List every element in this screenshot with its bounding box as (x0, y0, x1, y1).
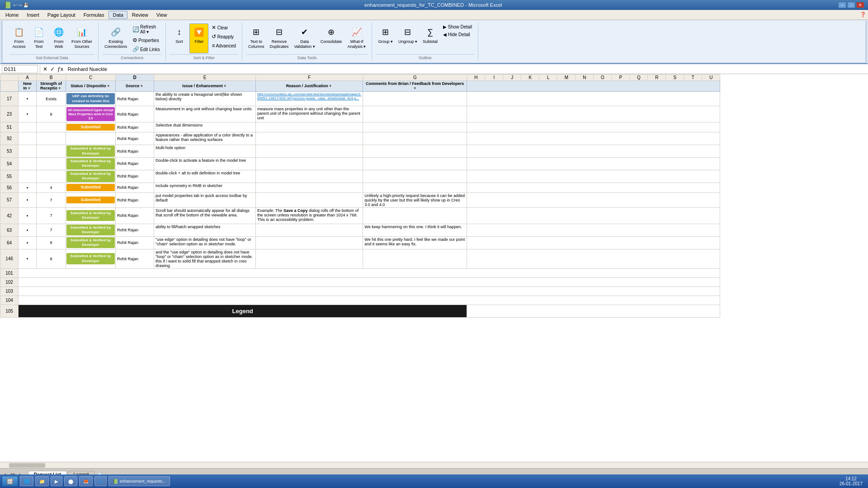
taskbar-explorer[interactable]: 📁 (35, 476, 49, 486)
row-55-c[interactable]: Submitted & Verified by Developer (66, 170, 116, 183)
formula-input[interactable] (66, 66, 866, 72)
row-64-g[interactable]: We hit this one pretty hard. I feel like… (363, 236, 467, 249)
row-42-a[interactable]: • (19, 207, 37, 224)
menu-home[interactable]: Home (2, 11, 22, 19)
col-header-c[interactable]: C (66, 75, 116, 81)
row-92-f[interactable] (256, 132, 363, 145)
row-56-f[interactable] (256, 183, 363, 192)
row-57-f[interactable] (256, 192, 363, 207)
row-56-d[interactable]: Rohit Rajan (116, 183, 154, 192)
row-64-b[interactable]: 8 (37, 236, 66, 249)
taskbar-excel[interactable]: 📗 enhancement_requests... (108, 476, 170, 486)
row-92-c[interactable] (66, 132, 116, 145)
row-53-b[interactable] (37, 145, 66, 158)
col-header-e[interactable]: E (154, 75, 256, 81)
row-51-f[interactable] (256, 122, 363, 132)
col-header-j[interactable]: J (503, 75, 521, 81)
row-57-e[interactable]: put model properties tab in quick access… (154, 192, 256, 207)
col-b-header[interactable]: Strength of Receptio▼ (37, 81, 66, 92)
row-51-e[interactable]: Selective dual dimensions (154, 122, 256, 132)
row-51-a[interactable] (19, 122, 37, 132)
col-header-p[interactable]: P (612, 75, 630, 81)
row-92-b[interactable] (37, 132, 66, 145)
row-92-a[interactable] (19, 132, 37, 145)
row-63-d[interactable]: Rohit Rajan (116, 224, 154, 236)
menu-review[interactable]: Review (128, 11, 152, 19)
col-f-header[interactable]: Reason / Justification▼ (256, 81, 363, 92)
row-42-e[interactable]: Scroll bar should automatically appear f… (154, 207, 256, 224)
row-23-d[interactable]: Rohit Rajan (116, 106, 154, 122)
subtotal-button[interactable]: ∑ Subtotal (420, 23, 440, 53)
row-23-a[interactable]: • (19, 106, 37, 122)
col-d-header[interactable]: Source▼ (116, 81, 154, 92)
menu-formulas[interactable]: Formulas (80, 11, 108, 19)
row-17-e[interactable]: the ability to create a hexagonal vent(l… (154, 92, 256, 106)
col-header-h[interactable]: H (467, 75, 485, 81)
row-54-d[interactable]: Rohit Rajan (116, 158, 154, 170)
col-header-a[interactable]: A (19, 75, 37, 81)
col-header-m[interactable]: M (557, 75, 576, 81)
remove-duplicates-button[interactable]: ⊟ RemoveDuplicates (267, 23, 291, 53)
row-51-d[interactable]: Rohit Rajan (116, 122, 154, 132)
consolidate-button[interactable]: ⊕ Consolidate (318, 23, 344, 53)
col-e-header[interactable]: Issue / Enhancement▼ (154, 81, 256, 92)
h-scrollbar[interactable] (0, 462, 868, 468)
col-header-r[interactable]: R (648, 75, 666, 81)
row-23-c[interactable]: All measurement types except Mass Proper… (66, 106, 116, 122)
ungroup-button[interactable]: ⊟ Ungroup ▾ (396, 23, 420, 53)
from-access-button[interactable]: 📋 FromAccess (9, 23, 28, 53)
hide-detail-button[interactable]: ◀ Hide Detail (441, 31, 474, 38)
row-55-d[interactable]: Rohit Rajan (116, 170, 154, 183)
col-header-d[interactable]: D (116, 75, 154, 81)
row-146-f[interactable] (256, 249, 363, 268)
row-63-a[interactable]: • (19, 224, 37, 236)
close-button[interactable]: ✕ (856, 2, 864, 8)
row-42-g[interactable] (363, 207, 467, 224)
row-53-d[interactable]: Rohit Rajan (116, 145, 154, 158)
filter-button[interactable]: 🔽 Filter (189, 23, 208, 53)
row-56-g[interactable] (363, 183, 467, 192)
row-23-f[interactable]: measure mass properties in any unit othe… (256, 106, 363, 122)
row-64-f[interactable] (256, 236, 363, 249)
row-55-e[interactable]: double-click + alt to edit definition in… (154, 170, 256, 183)
row-55-g[interactable] (363, 170, 467, 183)
row-92-d[interactable]: Rohit Rajan (116, 132, 154, 145)
col-header-b[interactable]: B (37, 75, 66, 81)
properties-button[interactable]: ⚙ Properties (130, 36, 162, 44)
h-scrollbar-thumb[interactable] (9, 463, 45, 468)
row-146-g[interactable] (363, 249, 467, 268)
row-51-b[interactable] (37, 122, 66, 132)
row-55-b[interactable] (37, 170, 66, 183)
row-64-a[interactable]: • (19, 236, 37, 249)
row-51-c[interactable]: Submitted (66, 122, 116, 132)
row-17-b[interactable]: Exists (37, 92, 66, 106)
start-button[interactable]: 🪟 (2, 476, 18, 487)
minimize-button[interactable]: ─ (838, 2, 846, 8)
col-a-header[interactable]: NewIn▼ (19, 81, 37, 92)
row-57-d[interactable]: Rohit Rajan (116, 192, 154, 207)
clear-button[interactable]: ✕ Clear (209, 23, 238, 32)
col-header-i[interactable]: I (485, 75, 503, 81)
show-detail-button[interactable]: ▶ Show Detail (441, 23, 474, 30)
row-55-f[interactable] (256, 170, 363, 183)
col-header-o[interactable]: O (594, 75, 612, 81)
row-146-a[interactable]: • (19, 249, 37, 268)
row-17-c[interactable]: UDF can definitely be created to handle … (66, 92, 116, 106)
row-17-a[interactable]: • (19, 92, 37, 106)
row-54-c[interactable]: Submitted & Verified by Developer (66, 158, 116, 170)
row-63-c[interactable]: Submitted & Verified by Developer (66, 224, 116, 236)
taskbar-chrome[interactable]: ⬤ (64, 476, 77, 486)
grid-wrapper[interactable]: A B C D E F G H I J K L M N O (0, 74, 868, 462)
row-42-c[interactable]: Submitted & Verified by Developer (66, 207, 116, 224)
row-53-f[interactable] (256, 145, 363, 158)
row-53-c[interactable]: Submitted & Verified by Developer (66, 145, 116, 158)
from-web-button[interactable]: 🌐 FromWeb (49, 23, 68, 53)
col-header-g[interactable]: G (363, 75, 467, 81)
row-63-g[interactable]: We keep hammering on this one. I think i… (363, 224, 467, 236)
row-54-f[interactable] (256, 158, 363, 170)
row-53-e[interactable]: Multi-hole option (154, 145, 256, 158)
menu-view[interactable]: View (153, 11, 171, 19)
row-63-f[interactable] (256, 224, 363, 236)
edit-links-button[interactable]: 🔗 Edit Links (130, 45, 162, 53)
col-header-t[interactable]: T (684, 75, 702, 81)
